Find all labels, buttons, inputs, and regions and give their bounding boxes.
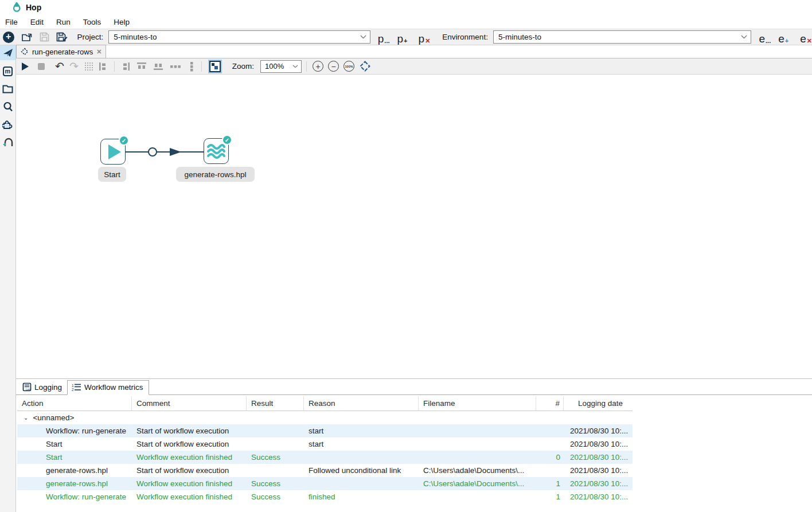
zoom-out-icon: − bbox=[328, 61, 339, 72]
table-row[interactable]: generate-rows.hpl Start of workflow exec… bbox=[17, 464, 633, 477]
pipeline-waves-icon bbox=[206, 143, 226, 160]
col-nr[interactable]: # bbox=[536, 396, 564, 411]
col-filename[interactable]: Filename bbox=[419, 396, 536, 411]
tree-group-row[interactable]: ⌄ <unnamed> bbox=[17, 411, 633, 424]
redo-button[interactable]: ↷ bbox=[69, 60, 79, 73]
tab-close-icon[interactable]: ✕ bbox=[96, 48, 102, 56]
save-disk-icon bbox=[40, 32, 49, 42]
preview-button[interactable] bbox=[209, 60, 221, 73]
table-row[interactable]: Workflow: run-generate Start of workflow… bbox=[17, 424, 633, 437]
workflow-hop-line[interactable] bbox=[126, 151, 204, 153]
metrics-list-icon: 1 2 bbox=[72, 383, 81, 392]
perspective-plugins[interactable] bbox=[0, 117, 15, 132]
save-file-button[interactable] bbox=[40, 32, 49, 42]
zoom-select[interactable]: 100% bbox=[260, 60, 302, 73]
col-logging-date[interactable]: Logging date bbox=[564, 396, 633, 411]
zoom-100-button[interactable]: 100% bbox=[343, 60, 354, 73]
save-as-button[interactable] bbox=[56, 32, 68, 42]
results-tab-bar: Log Logging 1 2 Workflow metrics bbox=[16, 379, 812, 395]
environment-add-button[interactable]: e+ bbox=[778, 31, 788, 44]
project-label: Project: bbox=[77, 33, 104, 41]
zoom-out-button[interactable]: − bbox=[328, 60, 339, 73]
distribute-horizontally-button[interactable] bbox=[170, 60, 181, 73]
cell-result: Success bbox=[247, 453, 304, 462]
metadata-icon: m bbox=[3, 67, 13, 76]
svg-text:Log: Log bbox=[26, 388, 30, 391]
align-left-button[interactable] bbox=[99, 60, 107, 73]
menu-help[interactable]: Help bbox=[107, 17, 136, 28]
node-generate-rows[interactable]: ✓ bbox=[204, 138, 229, 164]
tab-workflow-metrics[interactable]: 1 2 Workflow metrics bbox=[67, 380, 149, 395]
hop-midpoint-circle[interactable] bbox=[148, 147, 157, 157]
environment-delete-button[interactable]: e✕ bbox=[800, 31, 812, 44]
table-row[interactable]: Workflow: run-generate Workflow executio… bbox=[17, 490, 633, 503]
perspective-metadata[interactable]: m bbox=[0, 64, 15, 79]
tab-logging[interactable]: Log Logging bbox=[18, 380, 67, 394]
perspective-search[interactable] bbox=[0, 99, 15, 114]
menu-bar: File Edit Run Tools Help bbox=[0, 15, 812, 29]
align-bottom-button[interactable] bbox=[153, 60, 163, 73]
table-row[interactable]: generate-rows.hpl Workflow execution fin… bbox=[17, 477, 633, 490]
environment-select[interactable]: 5-minutes-to bbox=[493, 30, 752, 44]
table-row[interactable]: Start Start of workflow execution start … bbox=[17, 437, 633, 451]
project-add-button[interactable]: p+ bbox=[397, 31, 408, 44]
table-row[interactable]: Start Workflow execution finished Succes… bbox=[17, 451, 633, 464]
zoom-select-value: 100% bbox=[265, 62, 284, 71]
distribute-vertically-button[interactable] bbox=[188, 60, 196, 73]
menu-run[interactable]: Run bbox=[50, 17, 77, 28]
perspective-neo4j[interactable] bbox=[0, 135, 15, 150]
undo-button[interactable]: ↶ bbox=[55, 60, 64, 73]
perspective-data-orchestration[interactable] bbox=[0, 45, 15, 60]
cell-action: generate-rows.hpl bbox=[17, 466, 132, 475]
window-title: Hop bbox=[26, 3, 41, 12]
undo-icon: ↶ bbox=[55, 61, 64, 72]
col-comment[interactable]: Comment bbox=[132, 396, 247, 411]
cell-nr: 1 bbox=[536, 493, 564, 501]
node-generate-rows-label[interactable]: generate-rows.hpl bbox=[176, 167, 255, 182]
cell-result: Success bbox=[247, 479, 304, 488]
node-start-label[interactable]: Start bbox=[98, 167, 126, 182]
align-top-button[interactable] bbox=[136, 60, 147, 73]
open-file-button[interactable] bbox=[21, 32, 33, 42]
run-workflow-button[interactable] bbox=[22, 60, 29, 73]
content-area: run-generate-rows ✕ ↶ ↷ bbox=[16, 45, 812, 512]
tree-expander-icon[interactable]: ⌄ bbox=[24, 415, 28, 421]
zoom-in-button[interactable]: + bbox=[313, 60, 323, 73]
show-grid-button[interactable] bbox=[84, 60, 94, 73]
main-toolbar: + Project: 5-minutes-to p... p+ p✕ E bbox=[0, 29, 812, 45]
stop-workflow-button[interactable] bbox=[38, 60, 45, 73]
zoom-fit-button[interactable] bbox=[360, 60, 370, 73]
cell-comment: Start of workflow execution bbox=[132, 427, 247, 435]
menu-tools[interactable]: Tools bbox=[77, 17, 108, 28]
node-start[interactable]: ✓ bbox=[100, 139, 126, 165]
project-delete-button[interactable]: p✕ bbox=[419, 31, 431, 44]
paper-plane-icon bbox=[3, 48, 13, 57]
chevron-down-icon bbox=[741, 35, 747, 39]
workflow-diamond-icon bbox=[21, 48, 29, 56]
align-top-icon bbox=[136, 62, 147, 71]
play-icon bbox=[22, 62, 29, 71]
tree-group-label: <unnamed> bbox=[33, 413, 74, 422]
col-result[interactable]: Result bbox=[247, 396, 304, 411]
tab-run-generate-rows[interactable]: run-generate-rows ✕ bbox=[16, 45, 106, 58]
cell-result: Success bbox=[247, 493, 304, 501]
neo4j-arrow-icon bbox=[2, 138, 13, 147]
menu-file[interactable]: File bbox=[0, 17, 24, 28]
align-right-button[interactable] bbox=[122, 60, 130, 73]
menu-edit[interactable]: Edit bbox=[24, 17, 50, 28]
cell-filename: C:\Users\adale\Documents\... bbox=[419, 479, 536, 488]
workflow-metrics-table: Action Comment Result Reason Filename # … bbox=[17, 396, 633, 503]
environment-edit-button[interactable]: e... bbox=[759, 31, 771, 44]
cell-comment: Start of workflow execution bbox=[132, 440, 247, 448]
project-edit-button[interactable]: p... bbox=[378, 31, 390, 44]
workflow-canvas[interactable]: ✓ Start ✓ generate-rows.hpl bbox=[16, 75, 812, 378]
perspective-sidebar: m bbox=[0, 45, 16, 512]
col-action[interactable]: Action bbox=[17, 396, 132, 411]
project-select[interactable]: 5-minutes-to bbox=[108, 30, 370, 44]
col-reason[interactable]: Reason bbox=[304, 396, 419, 411]
perspective-file-explorer[interactable] bbox=[0, 81, 15, 96]
svg-text:1: 1 bbox=[72, 384, 74, 388]
align-left-icon bbox=[99, 62, 107, 71]
new-item-button[interactable]: + bbox=[3, 32, 14, 43]
title-bar: Hop bbox=[0, 0, 812, 15]
